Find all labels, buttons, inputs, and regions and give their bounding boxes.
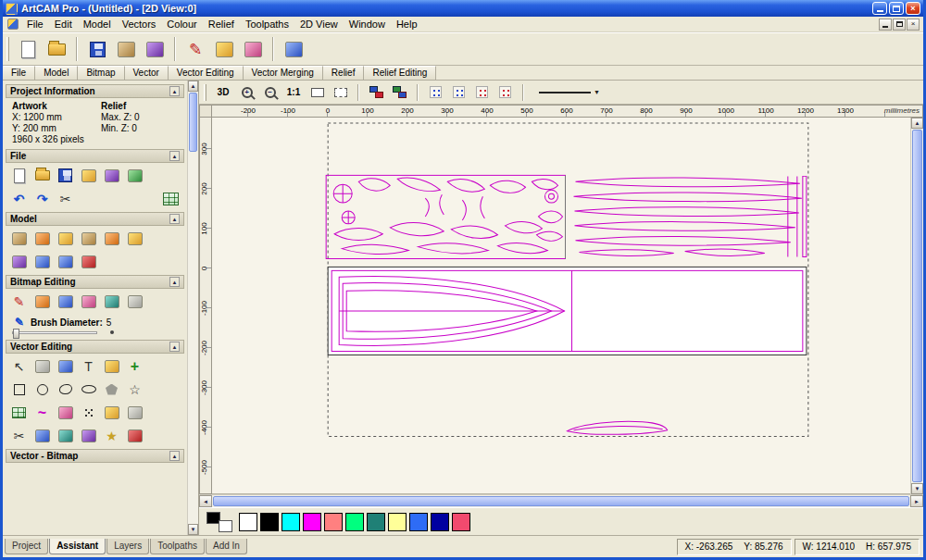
scroll-up-icon[interactable]: ▲	[911, 118, 923, 129]
rotate-model-icon[interactable]	[102, 229, 121, 248]
new-model-icon[interactable]	[9, 166, 29, 185]
slice-vectors-icon[interactable]	[125, 426, 144, 445]
paint-pencil-icon[interactable]: ✎	[9, 292, 29, 311]
cut-icon[interactable]: ✂	[56, 189, 75, 208]
colour-swatch[interactable]	[260, 513, 279, 531]
open-model-icon[interactable]	[32, 166, 52, 185]
menu-vectors[interactable]: Vectors	[117, 18, 162, 31]
colour-swatch[interactable]	[388, 513, 407, 531]
draw-icon[interactable]	[79, 292, 98, 311]
colour-swatch[interactable]	[239, 513, 257, 531]
menu-file[interactable]: File	[21, 18, 49, 31]
scrollbar-thumb[interactable]	[912, 130, 922, 482]
zoom-out-icon[interactable]: −	[260, 82, 280, 102]
trim-vectors-icon[interactable]: ✂	[9, 426, 29, 445]
snap-guides-icon[interactable]	[449, 82, 469, 102]
select-vectors-icon[interactable]: ↖	[9, 356, 29, 376]
import-model-icon[interactable]	[79, 166, 98, 185]
menu-model[interactable]: Model	[78, 18, 117, 31]
colour-swatch[interactable]	[409, 513, 428, 531]
model-properties-icon[interactable]	[125, 166, 144, 185]
restore-button[interactable]	[889, 2, 904, 15]
toolbar-grip[interactable]	[6, 37, 9, 61]
scroll-up-icon[interactable]: ▲	[188, 81, 198, 92]
colour-swatch[interactable]	[452, 513, 470, 531]
menu-window[interactable]: Window	[344, 18, 391, 31]
scroll-down-icon[interactable]: ▼	[911, 483, 923, 494]
ellipse-tool-icon[interactable]	[79, 380, 98, 399]
scroll-right-icon[interactable]: ►	[910, 495, 923, 507]
view-3d-button[interactable]: 3D	[213, 83, 233, 101]
model-tool-icon[interactable]	[79, 252, 98, 271]
panel-scrollbar[interactable]: ▲ ▼	[187, 81, 198, 535]
airbrush-icon[interactable]	[32, 292, 52, 311]
snap-grid-icon[interactable]	[426, 82, 445, 102]
foreground-background-colour-icon[interactable]	[206, 512, 232, 532]
tab-bitmap[interactable]: Bitmap	[78, 66, 124, 80]
colour-swatch[interactable]	[282, 513, 300, 531]
add-relief-icon[interactable]	[9, 252, 29, 271]
scroll-left-icon[interactable]: ◄	[199, 495, 212, 507]
zoom-in-icon[interactable]: +	[237, 82, 257, 102]
collapse-section-button[interactable]: ▲	[169, 214, 180, 224]
measure-icon[interactable]	[102, 356, 121, 376]
set-model-size-icon[interactable]	[9, 229, 29, 248]
polygon-tool-icon[interactable]	[102, 380, 121, 399]
spreadsheet-icon[interactable]	[161, 189, 181, 208]
blob-tool-icon[interactable]	[56, 380, 75, 399]
arc-tool-icon[interactable]	[56, 403, 75, 422]
bottom-tab-layers[interactable]: Layers	[106, 539, 149, 554]
toolbar-grip[interactable]	[204, 84, 206, 101]
tab-vector-editing[interactable]: Vector Editing	[169, 66, 244, 80]
save-model-icon[interactable]	[84, 36, 110, 62]
redo-icon[interactable]: ↷	[32, 189, 52, 208]
star-tool-icon[interactable]: ☆	[125, 380, 144, 399]
relief-editor-icon[interactable]	[281, 36, 307, 62]
tab-relief-editing[interactable]: Relief Editing	[364, 66, 436, 80]
zoom-page-icon[interactable]	[331, 82, 350, 102]
transform-vectors-icon[interactable]	[56, 356, 75, 376]
colour-swatch[interactable]	[431, 513, 449, 531]
eraser-icon[interactable]	[240, 36, 266, 62]
dimension-icon[interactable]	[102, 403, 121, 422]
polyline-tool-icon[interactable]: ~	[32, 403, 52, 422]
drawing-canvas[interactable]	[212, 118, 910, 494]
rectangle-tool-icon[interactable]	[9, 380, 29, 399]
document-icon[interactable]	[7, 19, 19, 30]
collapse-section-button[interactable]: ▲	[169, 277, 180, 287]
child-close-button[interactable]: ×	[907, 19, 920, 31]
menu-colour[interactable]: Colour	[161, 18, 202, 31]
tab-file[interactable]: File	[3, 66, 35, 80]
flood-fill-icon[interactable]	[56, 292, 75, 311]
vertical-scrollbar[interactable]: ▲ ▼	[910, 118, 923, 494]
scroll-down-icon[interactable]: ▼	[188, 524, 198, 535]
toggle-bitmap-icon[interactable]	[367, 82, 386, 102]
invert-model-icon[interactable]	[32, 229, 52, 248]
bottom-tab-add-in[interactable]: Add In	[206, 539, 247, 554]
tab-vector-merging[interactable]: Vector Merging	[244, 66, 323, 80]
model-block-icon[interactable]	[32, 252, 52, 271]
collapse-section-button[interactable]: ▲	[169, 451, 180, 461]
undo-icon[interactable]: ↶	[9, 189, 29, 208]
bitmap-paint-icon[interactable]: ✎	[182, 36, 208, 62]
close-button[interactable]: ×	[906, 2, 920, 15]
open-model-icon[interactable]	[44, 36, 69, 62]
menu-toolpaths[interactable]: Toolpaths	[240, 18, 294, 31]
toggle-vectors-icon[interactable]	[390, 82, 409, 102]
bitmap-eraser-icon[interactable]	[125, 292, 144, 311]
actual-size-button[interactable]: 1:1	[283, 83, 304, 101]
collapse-section-button[interactable]: ▲	[169, 342, 180, 352]
colour-swatch[interactable]	[345, 513, 364, 531]
minimize-button[interactable]	[872, 2, 887, 15]
vector-draw-icon[interactable]	[211, 36, 237, 62]
snap-objects-icon[interactable]	[472, 82, 492, 102]
scale-model-icon[interactable]	[125, 229, 144, 248]
weld-vectors-icon[interactable]	[32, 426, 52, 445]
scrollbar-thumb[interactable]	[213, 496, 909, 506]
tab-vector[interactable]: Vector	[125, 66, 169, 80]
horizontal-scrollbar[interactable]: ◄ ►	[199, 494, 923, 507]
circle-tool-icon[interactable]	[32, 380, 52, 399]
bitmap-to-vector-icon[interactable]	[9, 403, 29, 422]
copy-model-icon[interactable]	[79, 229, 98, 248]
bottom-tab-assistant[interactable]: Assistant	[49, 539, 106, 554]
